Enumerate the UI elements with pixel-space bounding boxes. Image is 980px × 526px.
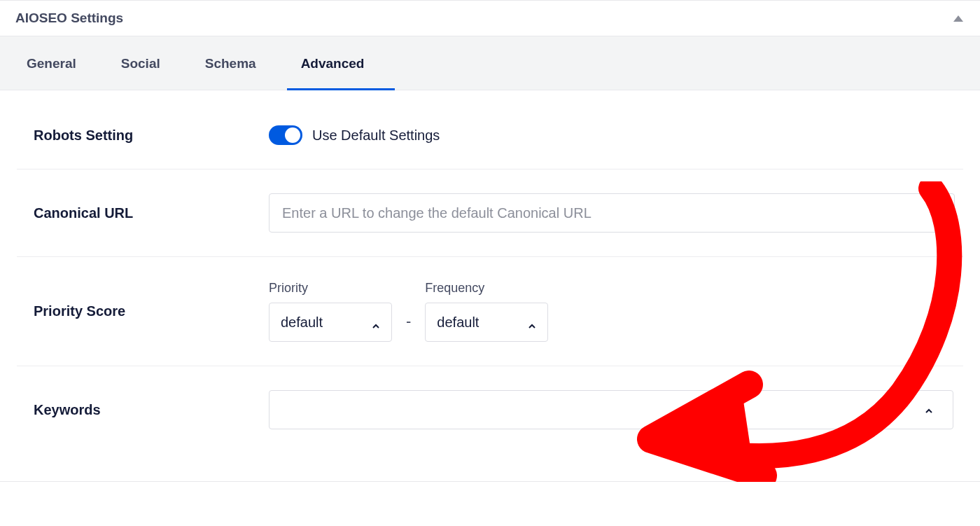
priority-select-value: default xyxy=(281,314,323,331)
robots-toggle[interactable] xyxy=(269,125,302,145)
tabs: General Social Schema Advanced xyxy=(0,36,980,90)
tab-social[interactable]: Social xyxy=(107,36,191,90)
priority-separator: - xyxy=(402,312,415,342)
frequency-field-group: Frequency default xyxy=(425,281,548,342)
tab-advanced[interactable]: Advanced xyxy=(287,36,396,90)
settings-panel: AIOSEO Settings General Social Schema Ad… xyxy=(0,0,980,482)
frequency-select[interactable]: default xyxy=(425,303,548,342)
chevron-up-icon xyxy=(372,318,380,326)
panel-header[interactable]: AIOSEO Settings xyxy=(0,1,980,36)
canonical-url-input[interactable] xyxy=(269,193,955,233)
row-priority-score: Priority Score Priority default - Fre xyxy=(17,257,963,366)
toggle-knob xyxy=(285,127,300,143)
priority-field-label: Priority xyxy=(269,281,392,296)
frequency-select-value: default xyxy=(437,314,479,331)
row-keywords: Keywords xyxy=(17,366,963,453)
row-canonical-url: Canonical URL xyxy=(17,169,963,257)
priority-field-group: Priority default xyxy=(269,281,392,342)
priority-select[interactable]: default xyxy=(269,303,392,342)
keywords-label: Keywords xyxy=(17,402,255,418)
keywords-select[interactable] xyxy=(269,390,953,429)
chevron-up-icon xyxy=(528,318,536,326)
tab-general[interactable]: General xyxy=(13,36,107,90)
robots-setting-label: Robots Setting xyxy=(17,127,255,144)
tab-content: Robots Setting Use Default Settings Cano… xyxy=(0,90,980,481)
collapse-icon[interactable] xyxy=(953,15,963,22)
frequency-field-label: Frequency xyxy=(425,281,548,296)
row-robots-setting: Robots Setting Use Default Settings xyxy=(17,102,963,169)
priority-score-label: Priority Score xyxy=(17,303,255,319)
chevron-up-icon xyxy=(925,406,933,414)
robots-toggle-label: Use Default Settings xyxy=(312,127,440,144)
tab-schema[interactable]: Schema xyxy=(191,36,287,90)
canonical-url-label: Canonical URL xyxy=(17,205,255,221)
panel-title: AIOSEO Settings xyxy=(15,11,123,26)
